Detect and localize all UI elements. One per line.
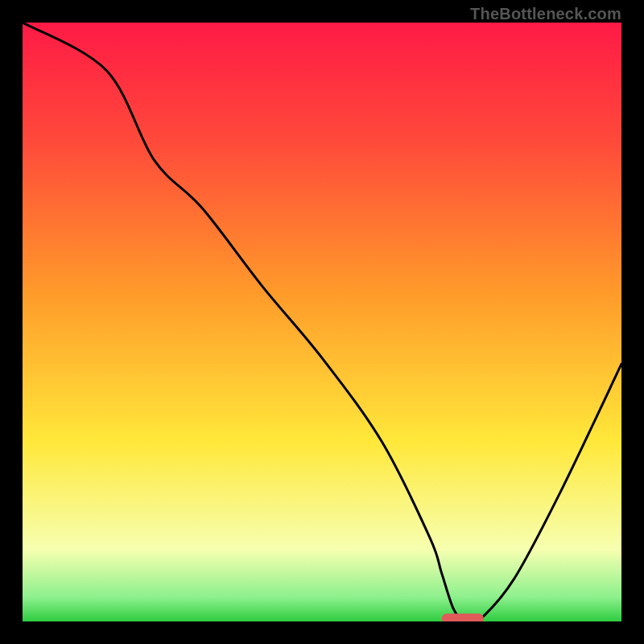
watermark-text: TheBottleneck.com bbox=[470, 5, 621, 23]
chart-frame bbox=[23, 23, 621, 621]
optimal-range-pill bbox=[442, 613, 484, 621]
chart-background bbox=[23, 23, 621, 621]
bottleneck-chart bbox=[23, 23, 621, 621]
